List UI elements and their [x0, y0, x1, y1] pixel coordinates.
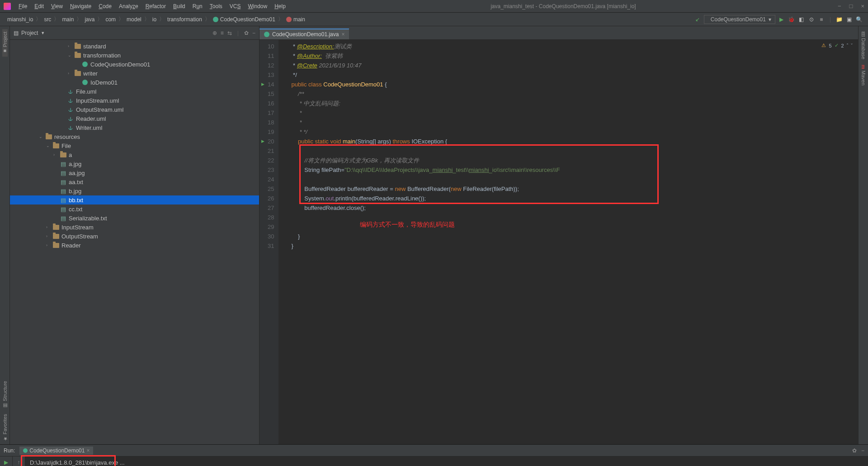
title-bar: File Edit View Navigate Code Analyze Ref…	[0, 0, 868, 13]
crumb-method[interactable]: main	[284, 15, 307, 24]
project-view-label[interactable]: Project	[21, 30, 38, 36]
tree-row[interactable]: ⫝Reader.uml	[10, 114, 259, 123]
build-icon[interactable]: ↙	[694, 16, 701, 23]
menu-file[interactable]: File	[15, 1, 30, 11]
menu-tools[interactable]: Tools	[207, 1, 226, 11]
menu-vcs[interactable]: VCS	[226, 1, 244, 11]
tree-row[interactable]: ›OutputStream	[10, 232, 259, 241]
crumb-0[interactable]: mianshi_io	[5, 15, 35, 24]
tree-row[interactable]: ⌄File	[10, 141, 259, 150]
tree-row[interactable]: ▤Serializable.txt	[10, 214, 259, 223]
crumb-6[interactable]: io	[151, 15, 158, 24]
tree-row[interactable]: ⫝OutputStream.uml	[10, 105, 259, 114]
crumb-1[interactable]: src	[42, 15, 53, 24]
stop-button[interactable]: ■	[818, 16, 825, 23]
tree-row[interactable]: ›writer	[10, 69, 259, 78]
crumb-7[interactable]: transformation	[165, 15, 204, 24]
class-icon	[213, 17, 218, 22]
expand-down-icon[interactable]: ˇ	[851, 43, 853, 48]
hide-icon[interactable]: −	[252, 30, 255, 36]
project-panel: ▤ Project ▼ ⊕ ≡ ⇆ | ✿ − ›standard⌄transf…	[10, 26, 259, 444]
window-controls: − □ ×	[838, 3, 864, 10]
window-title: java_mianshi_test - CodeQuestionDemo01.j…	[289, 3, 838, 10]
debug-button[interactable]: 🐞	[788, 16, 795, 23]
tree-row[interactable]: CodeQuestionDemo01	[10, 60, 259, 69]
tree-row[interactable]: IoDemo01	[10, 78, 259, 87]
run-config-select[interactable]: CodeQuestionDemo01▾	[704, 15, 775, 24]
tree-row[interactable]: ▤b.jpg	[10, 186, 259, 195]
project-tool-button[interactable]: ■ Project	[2, 29, 8, 57]
crumb-2[interactable]: main	[60, 15, 75, 24]
favorites-tool-button[interactable]: ★ Favorites	[2, 411, 8, 444]
editor-tab[interactable]: CodeQuestionDemo01.java ×	[259, 29, 349, 39]
crumb-class[interactable]: CodeQuestionDemo01	[211, 15, 277, 24]
crumb-3[interactable]: java	[83, 15, 96, 24]
menu-view[interactable]: View	[48, 1, 66, 11]
collapse-icon[interactable]: ⇆	[227, 30, 232, 36]
menu-build[interactable]: Build	[170, 1, 189, 11]
run-settings-icon[interactable]: ✿	[852, 447, 857, 454]
menu-edit[interactable]: Edit	[31, 1, 47, 11]
tree-row[interactable]: ▤aa.txt	[10, 177, 259, 186]
tree-row[interactable]: ▤aa.jpg	[10, 168, 259, 177]
menu-help[interactable]: Help	[271, 1, 289, 11]
menu-run[interactable]: Run	[189, 1, 206, 11]
warning-icon: ⚠	[821, 43, 826, 48]
tree-row[interactable]: ⌄resources	[10, 132, 259, 141]
tree-row[interactable]: ▤a.jpg	[10, 159, 259, 168]
tree-row[interactable]: ›InputStream	[10, 223, 259, 232]
minimize-button[interactable]: −	[838, 3, 841, 10]
class-icon	[264, 32, 269, 37]
locate-icon[interactable]: ⊕	[212, 30, 217, 36]
menu-analyze[interactable]: Analyze	[116, 1, 142, 11]
editor-body[interactable]: 1011121314151617181920212223242526272829…	[259, 40, 858, 444]
run-output[interactable]: D:\Java\jdk1.8.0_281\bin\java.exe ...���…	[25, 456, 868, 466]
run-button[interactable]: ▶	[778, 16, 785, 23]
tree-row[interactable]: ›standard	[10, 42, 259, 51]
crumb-4[interactable]: com	[104, 15, 118, 24]
annotation-box	[299, 144, 659, 204]
class-icon	[23, 448, 28, 453]
left-tool-strip: ■ Project ▤ Structure ★ Favorites	[0, 26, 10, 444]
close-button[interactable]: ×	[861, 3, 864, 10]
maven-tool-button[interactable]: m Maven	[861, 62, 866, 88]
search-icon[interactable]: 🔍	[855, 16, 863, 23]
layout-icon[interactable]: ▣	[845, 16, 853, 23]
tree-row[interactable]: ⫝File.uml	[10, 87, 259, 96]
output-annotation-box	[21, 455, 116, 466]
menu-navigate[interactable]: Navigate	[67, 1, 94, 11]
run-tab[interactable]: CodeQuestionDemo01 ×	[19, 447, 93, 455]
maximize-button[interactable]: □	[849, 3, 853, 10]
inspection-status[interactable]: ⚠5 ✓2 ˆ ˇ	[821, 43, 853, 48]
coverage-button[interactable]: ◧	[798, 16, 805, 23]
tree-row[interactable]: ⌄transformation	[10, 51, 259, 60]
crumb-5[interactable]: model	[125, 15, 143, 24]
tree-row[interactable]: ⫝InputStream.uml	[10, 96, 259, 105]
expand-icon[interactable]: ≡	[221, 30, 224, 36]
project-view-icon: ▤	[14, 30, 19, 36]
settings-icon[interactable]: ✿	[244, 30, 249, 36]
tree-row[interactable]: ▤bb.txt	[10, 195, 259, 204]
close-run-tab-icon[interactable]: ×	[86, 447, 90, 454]
tree-row[interactable]: ⫝Writer.uml	[10, 123, 259, 132]
main-content: ■ Project ▤ Structure ★ Favorites ▤ Proj…	[0, 26, 868, 444]
tree-row[interactable]: ▤cc.txt	[10, 204, 259, 214]
profile-button[interactable]: ⊙	[808, 16, 815, 23]
rerun-button[interactable]: ▶	[4, 459, 8, 466]
project-tree[interactable]: ›standard⌄transformationCodeQuestionDemo…	[10, 40, 259, 444]
vcs-icon[interactable]: 📁	[835, 16, 843, 23]
database-tool-button[interactable]: 🗄 Database	[861, 29, 866, 62]
structure-tool-button[interactable]: ▤ Structure	[2, 378, 8, 411]
close-tab-icon[interactable]: ×	[341, 31, 344, 38]
tree-row[interactable]: ›Reader	[10, 241, 259, 250]
up-icon[interactable]: ↑	[18, 459, 20, 466]
menu-refactor[interactable]: Refactor	[142, 1, 169, 11]
expand-up-icon[interactable]: ˆ	[847, 43, 849, 48]
main-menu: File Edit View Navigate Code Analyze Ref…	[15, 1, 289, 11]
menu-code[interactable]: Code	[95, 1, 115, 11]
run-side-toolbar: ▶ 🔧 ■ ⤴ 📌	[0, 456, 13, 466]
run-hide-icon[interactable]: −	[861, 447, 864, 454]
menu-window[interactable]: Window	[245, 1, 270, 11]
editor-tabs: CodeQuestionDemo01.java ×	[259, 26, 858, 40]
tree-row[interactable]: ›a	[10, 150, 259, 159]
